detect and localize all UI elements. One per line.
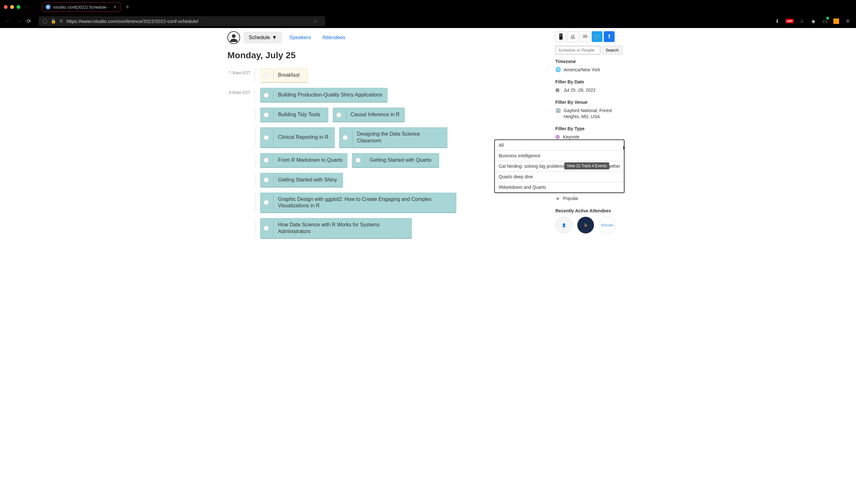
extension-icons: ⬇ ABP ⌂ ◆ ▭ 🟧 ≡ (774, 18, 851, 24)
svg-point-0 (232, 34, 236, 38)
event-card[interactable]: Getting Started with Quarto (352, 153, 439, 168)
event-circle-icon[interactable] (355, 158, 360, 163)
event-title: Graphic Design with ggplot2: How to Crea… (278, 196, 452, 210)
event-circle-icon[interactable] (264, 226, 269, 231)
home-icon[interactable]: ⌂ (799, 18, 805, 24)
event-card[interactable]: How Data Science with R Works for System… (260, 218, 412, 239)
sidebar: 📱 🖨 ✉ 🐦 f Search Timezone 🌐 America/New … (555, 31, 629, 244)
attendee-avatar-1[interactable]: 👤 (555, 216, 573, 234)
star-icon: ★ (555, 196, 560, 201)
url-text: https://www.rstudio.com/conference/2022/… (67, 18, 310, 24)
attendees-link[interactable]: Attendees (319, 35, 349, 40)
new-tab-button[interactable]: + (123, 3, 132, 11)
event-circle-icon[interactable] (336, 112, 341, 118)
attendee-avatar-2[interactable]: 🦆 (577, 216, 594, 234)
extension-icon-2[interactable]: ▭ (822, 18, 828, 24)
time-row: 9:00am EDTHow Data Science with R Works … (227, 218, 549, 239)
mobile-icon[interactable]: 📱 (555, 31, 566, 42)
popup-item[interactable]: Quarto deep dive (495, 172, 624, 182)
search-button[interactable]: Search (602, 46, 622, 54)
event-title: Clinical Reporting in R (278, 134, 331, 141)
event-circle-icon[interactable] (264, 135, 269, 140)
twitter-icon[interactable]: 🐦 (592, 31, 603, 42)
tab-favicon: R (46, 4, 51, 10)
share-icons: 📱 🖨 ✉ 🐦 f (555, 31, 622, 42)
venue-row[interactable]: 🏢 Gaylord National, Forest Heights, MD, … (555, 107, 622, 120)
building-icon: 🏢 (555, 108, 560, 113)
facebook-icon[interactable]: f (604, 31, 614, 42)
download-icon[interactable]: ⬇ (774, 18, 781, 24)
type-color-dot (555, 135, 560, 139)
event-card[interactable]: Causal Inference in R (333, 108, 405, 122)
event-title: How Data Science with R Works for System… (278, 221, 408, 235)
attendee-avatars: 👤 🦆 RStudio (555, 216, 622, 234)
minimize-window-button[interactable] (10, 5, 14, 9)
globe-icon: 🌐 (555, 67, 560, 72)
search-input[interactable] (555, 46, 600, 54)
forward-button[interactable]: → (16, 18, 22, 24)
event-title: From R Markdown to Quarto (278, 157, 343, 164)
menu-icon[interactable]: ≡ (844, 18, 851, 24)
event-card[interactable]: Designing the Data Science Classroom (339, 127, 447, 148)
event-circle-icon[interactable] (264, 200, 269, 205)
schedule-dropdown[interactable]: Schedule ▼ (244, 32, 282, 43)
lock-icon: 🔒 (51, 18, 56, 23)
back-button[interactable]: ← (5, 18, 11, 24)
time-row: 9:00am EDTBuilding Tidy ToolsCausal Infe… (227, 108, 549, 122)
event-card[interactable]: Building Tidy Tools (260, 108, 328, 122)
event-circle-icon[interactable] (264, 93, 269, 98)
event-card[interactable]: Breakfast (260, 68, 308, 83)
time-row: 7:30am EDTBreakfast (227, 68, 549, 83)
browser-chrome: R rstudio::conf(2022) Schedule - ✕ + ← →… (0, 0, 856, 28)
url-bar[interactable]: ◯ 🔒 ⚙ https://www.rstudio.com/conference… (38, 16, 325, 26)
date-value: Jul 25 -28, 2022 (564, 87, 622, 93)
event-card[interactable]: Clinical Reporting in R (260, 127, 335, 148)
user-avatar[interactable] (227, 31, 240, 44)
event-title: Building Production-Quality Shiny Applic… (278, 92, 384, 98)
browser-tab[interactable]: R rstudio::conf(2022) Schedule - ✕ (42, 2, 120, 12)
maximize-window-button[interactable] (17, 5, 20, 9)
attendee-avatar-3[interactable]: RStudio (599, 216, 616, 234)
event-title: Designing the Data Science Classroom (357, 131, 443, 144)
time-label: 7:30am EDT (227, 68, 255, 75)
event-circle-icon[interactable] (264, 112, 269, 118)
event-circle-icon[interactable] (264, 177, 269, 182)
popular-row[interactable]: ★ Popular (555, 195, 622, 202)
schedule-label: Schedule (249, 35, 270, 40)
close-window-button[interactable] (4, 5, 7, 9)
filter-type-heading: Filter By Type (555, 126, 622, 131)
print-icon[interactable]: 🖨 (568, 31, 578, 42)
search-row: Search (555, 46, 622, 54)
popup-item[interactable]: RMarkdown and Quarto (495, 182, 624, 192)
event-card[interactable]: From R Markdown to Quarto (260, 153, 347, 168)
day-heading: Monday, July 25 (227, 50, 549, 60)
adblock-icon[interactable]: ABP (786, 19, 793, 23)
event-title: Getting Started with Shiny (278, 177, 339, 183)
speakers-link[interactable]: Speakers (286, 35, 315, 40)
event-title: Causal Inference in R (351, 111, 400, 118)
email-icon[interactable]: ✉ (579, 31, 590, 42)
event-card[interactable]: Building Production-Quality Shiny Applic… (260, 88, 388, 103)
tab-close-icon[interactable]: ✕ (113, 4, 117, 10)
browser-toolbar: ← → ⟳ ◯ 🔒 ⚙ https://www.rstudio.com/conf… (0, 14, 856, 28)
popup-item[interactable]: All (495, 140, 624, 150)
permissions-icon: ⚙ (59, 18, 64, 23)
event-circle-icon[interactable] (343, 135, 348, 140)
event-circle-icon[interactable] (264, 158, 269, 163)
event-title: Building Tidy Tools (278, 111, 324, 118)
tab-bar: R rstudio::conf(2022) Schedule - ✕ + (0, 0, 856, 14)
reload-button[interactable]: ⟳ (27, 18, 31, 24)
event-card[interactable]: Graphic Design with ggplot2: How to Crea… (260, 193, 456, 213)
event-card[interactable]: Getting Started with Shiny (260, 173, 343, 187)
popular-label: Popular (563, 196, 622, 201)
time-row: 9:00am EDTGraphic Design with ggplot2: H… (227, 193, 549, 213)
time-label: 9:00am EDT (227, 88, 255, 95)
timezone-row[interactable]: 🌐 America/New York (555, 66, 622, 74)
bookmark-star-icon[interactable]: ☆ (313, 18, 318, 24)
extension-icon-1[interactable]: ◆ (810, 18, 817, 24)
extension-icon-3[interactable]: 🟧 (833, 18, 839, 24)
popup-item[interactable]: Business intelligence (495, 150, 624, 161)
timezone-value: America/New York (564, 67, 622, 73)
date-row[interactable]: ▦ Jul 25 -28, 2022 (555, 86, 622, 94)
event-circle-icon[interactable] (264, 73, 269, 78)
